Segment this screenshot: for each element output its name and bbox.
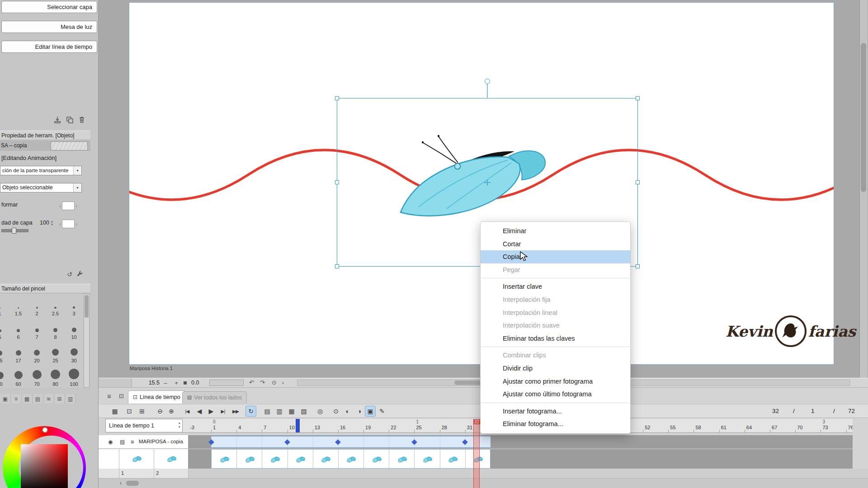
panel-dock-icon[interactable]: ⊡ — [119, 393, 124, 399]
brush-size-30[interactable]: 30 — [65, 341, 83, 363]
previous-frame-icon[interactable]: ◀ — [194, 406, 205, 417]
next-frame-icon[interactable]: ▶| — [217, 406, 228, 417]
animation-cel-thumbnail[interactable] — [415, 450, 440, 469]
context-menu-item-ajustar-como-ltimo-fotograma[interactable]: Ajustar como último fotograma — [481, 388, 630, 401]
zoom-out-icon[interactable]: ⊖ — [155, 406, 165, 417]
new-animation-cel-icon[interactable]: ▤ — [262, 406, 273, 417]
spinner-right-icon[interactable]: › — [75, 221, 77, 227]
scroll-left-icon[interactable]: ‹ — [120, 480, 122, 486]
brush-size-10[interactable]: 10 — [65, 317, 83, 340]
stepper-down-icon[interactable]: ▼ — [51, 223, 53, 226]
trash-icon[interactable] — [78, 116, 86, 124]
duplicate-icon[interactable] — [66, 116, 74, 124]
context-menu-item-insertar-clave[interactable]: Insertar clave — [481, 280, 630, 293]
scrollbar-thumb[interactable] — [85, 295, 89, 318]
brush-size-60[interactable]: 60 — [9, 364, 28, 387]
saturation-value-square[interactable] — [21, 444, 68, 488]
context-menu-item-eliminar-fotograma[interactable]: Eliminar fotograma... — [481, 418, 630, 431]
light-table-button[interactable]: Mesa de luz — [1, 21, 97, 33]
enable-keyframes-icon[interactable]: ▣ — [365, 406, 376, 417]
spinner-left-icon[interactable]: ‹ — [59, 221, 61, 227]
context-menu-item-ajustar-como-primer-fotograma[interactable]: Ajustar como primer fotograma — [481, 375, 630, 388]
timeline-selector-dropdown[interactable]: Línea de tiempo 1 ▲▼ — [105, 419, 183, 432]
keyframe-diamond[interactable] — [208, 439, 214, 445]
edit-timeline-button[interactable]: Editar línea de tiempo — [1, 41, 97, 53]
canvas-vertical-scrollbar[interactable] — [859, 0, 868, 378]
register-light-table-icon[interactable]: ◐ — [342, 406, 353, 417]
animation-cel-thumbnail[interactable] — [440, 450, 466, 469]
gradient-tab-icon[interactable]: ≋ — [43, 394, 54, 404]
play-icon[interactable]: ▶ — [206, 406, 217, 417]
spinner-left-icon[interactable]: ‹ — [59, 203, 61, 209]
color-set-tab-icon[interactable]: ▦ — [22, 394, 33, 404]
stepper-up-icon[interactable]: ▲ — [51, 220, 53, 223]
selected-layer-row[interactable]: SA – copia — [0, 141, 90, 151]
keyframe-diamond[interactable] — [284, 439, 290, 445]
brush-panel-scrollbar[interactable] — [84, 294, 90, 388]
selection-handle-bottom-right[interactable] — [636, 264, 640, 268]
cel-thumbnail-2[interactable] — [154, 449, 189, 469]
timeline-horizontal-scrollbar[interactable]: ‹ — [98, 478, 868, 488]
brush-size-15[interactable]: 15 — [0, 341, 9, 363]
keyframe-diamond[interactable] — [462, 439, 468, 445]
animation-cel-thumbnail[interactable] — [313, 450, 339, 469]
track-lane[interactable] — [188, 435, 853, 449]
brush-size-17[interactable]: 17 — [9, 341, 28, 363]
opacity-value-box[interactable] — [62, 220, 75, 228]
collapse-icon[interactable]: ‹ — [282, 379, 284, 386]
animation-cel-thumbnail[interactable] — [237, 450, 262, 469]
brush-size-8[interactable]: 8 — [46, 317, 65, 340]
timeline-clip[interactable] — [211, 436, 491, 448]
animation-cel-thumbnail[interactable] — [389, 450, 415, 469]
track-header[interactable]: ◉ ▤ ⊞ MARIPOSA - copia — [98, 435, 188, 449]
selection-handle-top-left[interactable] — [335, 96, 339, 100]
brush-size-20[interactable]: 20 — [28, 341, 46, 363]
mix-light-table-icon[interactable]: ◑ — [354, 406, 365, 417]
select-layer-button[interactable]: Seleccionar capa — [1, 1, 97, 13]
playback-start-marker[interactable] — [296, 419, 300, 433]
brush-size-2-5[interactable]: 2.5 — [46, 294, 65, 316]
brush-size-80[interactable]: 80 — [46, 364, 65, 387]
selection-handle-mid-right[interactable] — [636, 180, 640, 184]
delete-cel-icon[interactable]: ▦ — [286, 406, 297, 417]
brush-size-1[interactable]: 1 — [0, 294, 9, 316]
redo-icon[interactable]: ↷ — [260, 379, 265, 386]
light-table-icon[interactable]: ⊙ — [330, 406, 341, 417]
reset-icon[interactable]: ↺ — [67, 271, 72, 278]
transform-value-box[interactable] — [62, 202, 75, 210]
context-menu-item-copiar[interactable]: Copiar — [481, 250, 630, 263]
selection-handle-mid-left[interactable] — [335, 180, 339, 184]
scrollbar-thumb[interactable] — [126, 481, 139, 486]
scrollbar-thumb[interactable] — [861, 43, 866, 192]
brush-size-100[interactable]: 100 — [65, 364, 83, 387]
context-menu-item-eliminar[interactable]: Eliminar — [481, 225, 630, 238]
context-menu-item-cortar[interactable]: Cortar — [481, 238, 630, 251]
color-wheel-tab-icon[interactable]: ▣ — [0, 394, 11, 404]
opacity-spinner[interactable]: ‹› — [59, 220, 77, 228]
brush-size-7[interactable]: 7 — [28, 317, 46, 340]
cel-specification-icon[interactable]: ▦ — [109, 406, 120, 417]
animation-cel-thumbnail[interactable] — [288, 450, 313, 469]
loop-play-icon[interactable]: ↻ — [245, 406, 256, 417]
reset-view-icon[interactable]: ⊙ — [272, 379, 277, 386]
fit-to-screen-icon[interactable] — [184, 381, 187, 385]
keyframe-diamond[interactable] — [411, 439, 417, 445]
eye-icon[interactable]: ◉ — [108, 439, 113, 445]
context-menu-item-dividir-clip[interactable]: Dividir clip — [481, 362, 630, 375]
animation-cel-thumbnail[interactable] — [262, 450, 288, 469]
opacity-slider-handle[interactable] — [12, 228, 16, 234]
pen-tool-icon[interactable]: ✎ — [377, 406, 387, 417]
tab-timeline[interactable]: ⊡ Línea de tiempo — [128, 390, 185, 404]
show-grid-icon[interactable]: ⊡ — [124, 406, 135, 417]
cel-thumbnail-1[interactable] — [119, 449, 154, 469]
onion-skin-icon[interactable]: ◎ — [315, 406, 326, 417]
brush-size-3[interactable]: 3 — [65, 294, 83, 316]
mixing-palette-tab-icon[interactable]: ▤ — [33, 394, 43, 404]
keyframe-diamond[interactable] — [335, 439, 341, 445]
animation-cel-thumbnail[interactable] — [364, 450, 389, 469]
wrench-icon[interactable] — [76, 270, 83, 278]
approximate-color-tab-icon[interactable]: ▥ — [65, 394, 76, 404]
go-to-start-icon[interactable]: |◀ — [182, 406, 193, 417]
brush-size-6[interactable]: 6 — [9, 317, 28, 340]
context-menu-item-eliminar-todas-las-claves[interactable]: Eliminar todas las claves — [481, 332, 630, 345]
